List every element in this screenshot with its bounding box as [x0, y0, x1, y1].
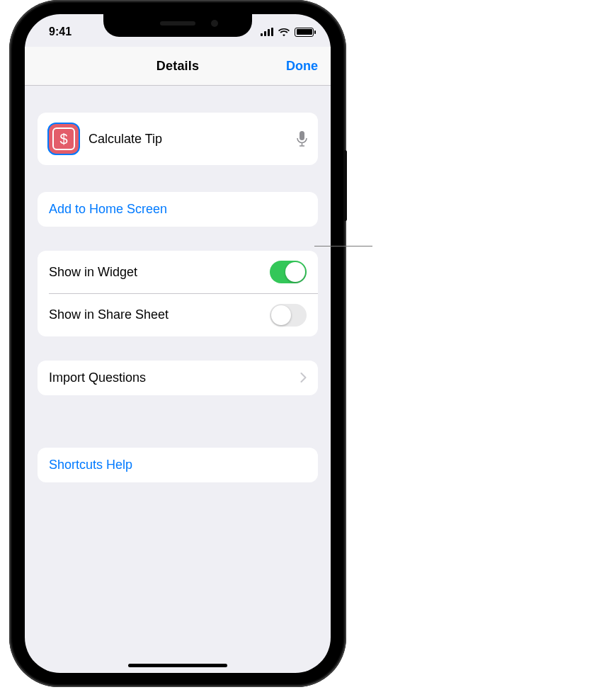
import-questions-label: Import Questions [49, 370, 300, 385]
microphone-icon[interactable] [296, 130, 308, 147]
add-to-home-button[interactable]: Add to Home Screen [38, 192, 318, 227]
callout-line [314, 246, 372, 246]
import-questions-card: Import Questions [38, 361, 318, 395]
import-questions-button[interactable]: Import Questions [38, 361, 318, 395]
show-in-share-sheet-label: Show in Share Sheet [49, 307, 270, 322]
dollar-icon: $ [52, 128, 75, 150]
shortcuts-help-button[interactable]: Shortcuts Help [38, 448, 318, 482]
nav-bar: Details Done [25, 47, 331, 86]
power-button [343, 150, 347, 221]
notch [103, 14, 252, 37]
show-in-widget-row: Show in Widget [38, 251, 318, 293]
phone-frame: 9:41 Details Done [9, 0, 346, 687]
help-card: Shortcuts Help [38, 448, 318, 482]
add-to-home-card: Add to Home Screen [38, 192, 318, 227]
shortcut-icon-button[interactable]: $ [47, 123, 80, 155]
show-in-widget-toggle[interactable] [270, 261, 307, 283]
page-title: Details [156, 59, 199, 74]
phone-screen: 9:41 Details Done [25, 14, 331, 673]
cellular-signal-icon [261, 28, 273, 36]
status-time: 9:41 [42, 23, 72, 38]
done-button[interactable]: Done [286, 59, 318, 74]
svg-rect-0 [300, 131, 304, 140]
wifi-icon [278, 28, 290, 37]
home-indicator[interactable] [128, 664, 227, 667]
shortcut-header-card: $ Calculate Tip [38, 113, 318, 165]
battery-icon [295, 28, 314, 37]
show-in-share-sheet-toggle[interactable] [270, 304, 307, 327]
shortcut-name-input[interactable]: Calculate Tip [89, 132, 287, 147]
toggles-card: Show in Widget Show in Share Sheet [38, 251, 318, 336]
show-in-share-sheet-row: Show in Share Sheet [38, 294, 318, 336]
show-in-widget-label: Show in Widget [49, 265, 270, 280]
chevron-right-icon [300, 373, 307, 382]
